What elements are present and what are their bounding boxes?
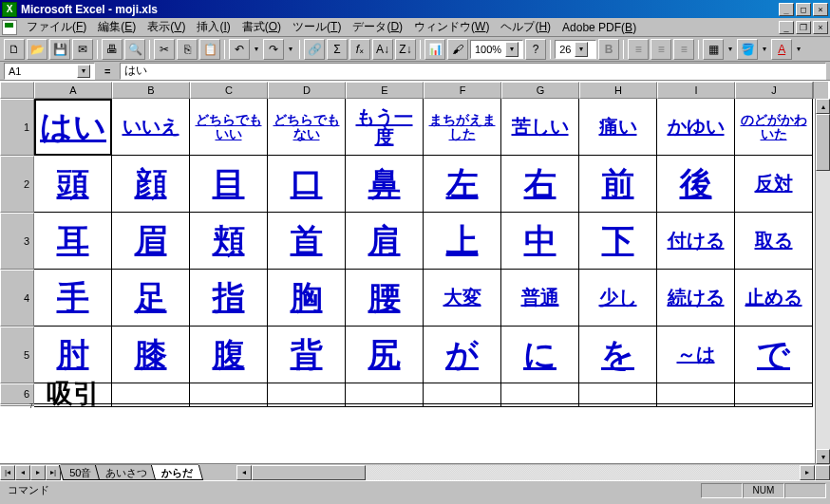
cell-G4[interactable]: 普通 [501, 270, 579, 327]
cell-C3[interactable]: 頬 [190, 213, 268, 270]
cell-F6[interactable] [424, 383, 501, 404]
chart-button[interactable]: 📊 [424, 39, 445, 60]
cell-C6[interactable] [190, 383, 268, 404]
fill-color-button[interactable]: 🪣 [737, 39, 758, 60]
cell-E2[interactable]: 鼻 [346, 156, 424, 213]
cell-B4[interactable]: 足 [112, 270, 190, 327]
cell-D2[interactable]: 口 [268, 156, 346, 213]
cell-B1[interactable]: いいえ [112, 99, 190, 156]
cell-C5[interactable]: 腹 [190, 327, 268, 383]
hyperlink-button[interactable]: 🔗 [304, 39, 325, 60]
row-header-3[interactable]: 3 [0, 213, 34, 270]
col-header-H[interactable]: H [579, 82, 657, 99]
maximize-button[interactable]: □ [796, 3, 811, 16]
fontsize-combo[interactable]: 26▾ [555, 40, 596, 59]
cell-I7[interactable] [657, 404, 735, 407]
open-button[interactable]: 📂 [27, 39, 47, 60]
cell-D7[interactable] [268, 404, 346, 407]
cell-H7[interactable] [579, 404, 657, 407]
col-header-I[interactable]: I [657, 82, 735, 99]
formula-input[interactable]: はい [120, 63, 826, 80]
align-right-button[interactable]: ≡ [673, 39, 694, 60]
cell-G3[interactable]: 中 [501, 213, 579, 270]
menu-9[interactable]: Adobe PDF(B) [556, 19, 642, 36]
cell-A2[interactable]: 頭 [34, 156, 112, 213]
paste-button[interactable]: 📋 [199, 39, 220, 60]
name-box[interactable]: A1▾ [4, 63, 95, 80]
menu-7[interactable]: ウィンドウ(W) [408, 17, 495, 37]
cell-I3[interactable]: 付ける [657, 213, 735, 270]
cell-J4[interactable]: 止める [735, 270, 813, 327]
cell-C2[interactable]: 目 [190, 156, 268, 213]
undo-dropdown[interactable]: ▾ [252, 39, 261, 60]
cell-G6[interactable] [501, 383, 579, 404]
document-icon[interactable] [2, 20, 17, 35]
cell-H6[interactable] [579, 383, 657, 404]
row-header-5[interactable]: 5 [0, 327, 34, 383]
doc-minimize-button[interactable]: _ [779, 21, 794, 34]
cell-A3[interactable]: 耳 [34, 213, 112, 270]
cell-G7[interactable] [501, 404, 579, 407]
cell-B2[interactable]: 顔 [112, 156, 190, 213]
row-header-2[interactable]: 2 [0, 156, 34, 213]
doc-close-button[interactable]: × [813, 21, 828, 34]
scroll-up-button[interactable]: ▴ [816, 99, 830, 114]
cell-G5[interactable]: に [501, 327, 579, 383]
cell-E4[interactable]: 腰 [346, 270, 424, 327]
cell-B3[interactable]: 眉 [112, 213, 190, 270]
cell-F1[interactable]: まちがえました [424, 99, 501, 156]
save-button[interactable]: 💾 [49, 39, 70, 60]
cell-J6[interactable] [735, 383, 813, 404]
print-button[interactable]: 🖶 [102, 39, 123, 60]
cell-G1[interactable]: 苦しい [501, 99, 579, 156]
cell-B6[interactable] [112, 383, 190, 404]
cell-I4[interactable]: 続ける [657, 270, 735, 327]
borders-button[interactable]: ▦ [703, 39, 724, 60]
cell-F4[interactable]: 大変 [424, 270, 501, 327]
menu-2[interactable]: 表示(V) [141, 17, 191, 37]
cell-E6[interactable] [346, 383, 424, 404]
cell-D4[interactable]: 胸 [268, 270, 346, 327]
menu-0[interactable]: ファイル(F) [21, 17, 92, 37]
copy-button[interactable]: ⎘ [177, 39, 198, 60]
undo-button[interactable]: ↶ [229, 39, 250, 60]
cell-E7[interactable] [346, 404, 424, 407]
cell-H5[interactable]: を [579, 327, 657, 383]
vertical-scrollbar[interactable]: ▴ ▾ [815, 99, 830, 464]
col-header-J[interactable]: J [735, 82, 813, 99]
menu-3[interactable]: 挿入(I) [191, 17, 236, 37]
cut-button[interactable]: ✂ [154, 39, 175, 60]
col-header-E[interactable]: E [346, 82, 424, 99]
cell-E3[interactable]: 肩 [346, 213, 424, 270]
row-header-4[interactable]: 4 [0, 270, 34, 327]
select-all-corner[interactable] [0, 82, 34, 99]
cell-C7[interactable] [190, 404, 268, 407]
cell-J5[interactable]: で [735, 327, 813, 383]
sheet-tab-からだ[interactable]: からだ [151, 465, 203, 480]
cell-J3[interactable]: 取る [735, 213, 813, 270]
cell-B7[interactable] [112, 404, 190, 407]
row-header-7[interactable]: 7 [0, 404, 34, 406]
align-left-button[interactable]: ≡ [628, 39, 649, 60]
col-header-A[interactable]: A [34, 82, 112, 99]
cell-E5[interactable]: 尻 [346, 327, 424, 383]
cell-B5[interactable]: 膝 [112, 327, 190, 383]
cell-J7[interactable] [735, 404, 813, 407]
cell-I5[interactable]: ～は [657, 327, 735, 383]
new-button[interactable]: 🗋 [4, 39, 25, 60]
menu-8[interactable]: ヘルプ(H) [495, 17, 556, 37]
redo-dropdown[interactable]: ▾ [286, 39, 295, 60]
cell-D6[interactable] [268, 383, 346, 404]
cell-C1[interactable]: どちらでもいい [190, 99, 268, 156]
cell-J2[interactable]: 反対 [735, 156, 813, 213]
mail-button[interactable]: ✉ [72, 39, 93, 60]
function-button[interactable]: fₓ [349, 39, 370, 60]
col-header-G[interactable]: G [501, 82, 579, 99]
doc-restore-button[interactable]: ❐ [796, 21, 811, 34]
cell-H3[interactable]: 下 [579, 213, 657, 270]
col-header-C[interactable]: C [190, 82, 268, 99]
drawing-button[interactable]: 🖌 [447, 39, 468, 60]
col-header-B[interactable]: B [112, 82, 190, 99]
cell-F2[interactable]: 左 [424, 156, 501, 213]
col-header-D[interactable]: D [268, 82, 346, 99]
